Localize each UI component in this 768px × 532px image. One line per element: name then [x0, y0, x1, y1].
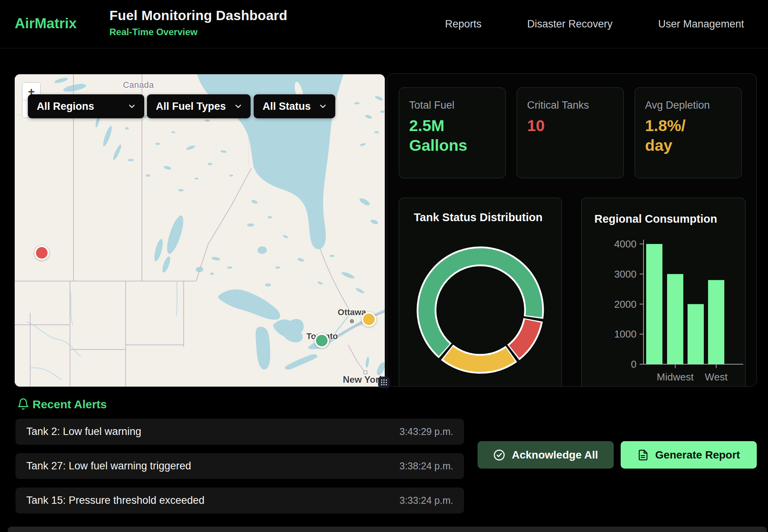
- nav-disaster-recovery[interactable]: Disaster Recovery: [527, 18, 613, 30]
- recent-alerts-section: Recent Alerts Tank 2: Low fuel warning 3…: [0, 387, 768, 527]
- alert-row[interactable]: Tank 15: Pressure threshold exceeded 3:3…: [15, 488, 464, 513]
- chevron-down-icon: [318, 102, 328, 111]
- svg-text:Midwest: Midwest: [657, 371, 694, 383]
- fuel-type-filter-value: All Fuel Types: [156, 101, 226, 113]
- page-title: Fuel Monitoring Dashboard: [109, 8, 287, 23]
- status-filter-value: All Status: [263, 101, 311, 113]
- stat-label: Total Fuel: [409, 99, 495, 111]
- alert-message: Tank 15: Pressure threshold exceeded: [26, 494, 205, 506]
- generate-report-label: Generate Report: [655, 449, 740, 461]
- tank-status-donut-chart: [399, 229, 561, 387]
- acknowledge-all-button[interactable]: Acknowledge All: [478, 441, 614, 469]
- bottom-panel-edge: [8, 527, 767, 532]
- svg-text:2000: 2000: [614, 298, 637, 310]
- svg-text:1000: 1000: [614, 328, 637, 340]
- fuel-type-filter-select[interactable]: All Fuel Types: [147, 94, 251, 118]
- region-filter-value: All Regions: [37, 101, 94, 113]
- nav-reports[interactable]: Reports: [445, 18, 482, 30]
- ottawa-town-dot-icon: [350, 319, 354, 323]
- tank-marker-warning[interactable]: [362, 312, 376, 327]
- document-icon: [637, 449, 649, 461]
- map-basemap: [15, 74, 385, 387]
- tank-marker-critical[interactable]: [34, 246, 49, 260]
- fuel-monitoring-dashboard: { "header": { "logo": "AirMatrix", "titl…: [0, 0, 768, 532]
- map-panel[interactable]: Canada Ottawa Toronto New York + All Reg…: [15, 74, 385, 387]
- chevron-down-icon: [127, 102, 137, 111]
- grip-dots-icon: [380, 379, 388, 386]
- metrics-panel: Total Fuel 2.5MGallons Critical Tanks 10…: [387, 73, 757, 387]
- region-filter-select[interactable]: All Regions: [28, 94, 144, 118]
- alert-message: Tank 27: Low fuel warning triggered: [26, 460, 191, 472]
- stat-value: 1.8%/day: [645, 116, 731, 155]
- stat-value: 2.5MGallons: [409, 116, 495, 155]
- stat-label: Critical Tanks: [527, 99, 613, 111]
- alert-time: 3:43:29 p.m.: [399, 426, 453, 437]
- stat-value: 10: [527, 116, 613, 136]
- stat-card-total-fuel: Total Fuel 2.5MGallons: [399, 87, 506, 178]
- generate-report-button[interactable]: Generate Report: [621, 441, 757, 469]
- alert-row[interactable]: Tank 2: Low fuel warning 3:43:29 p.m.: [15, 419, 464, 445]
- stat-card-critical-tanks: Critical Tanks 10: [517, 87, 624, 178]
- bell-icon: [17, 397, 29, 411]
- nav-user-management[interactable]: User Management: [658, 18, 744, 30]
- page-subtitle: Real-Time Overview: [109, 27, 287, 38]
- stat-card-avg-depletion: Avg Depletion 1.8%/day: [635, 87, 742, 178]
- svg-text:0: 0: [631, 358, 637, 370]
- app-logo: AirMatrix: [15, 15, 77, 32]
- acknowledge-all-label: Acknowledge All: [512, 449, 598, 461]
- status-filter-select[interactable]: All Status: [254, 94, 335, 118]
- chart-title: Tank Status Distribution: [414, 211, 543, 224]
- resize-grip-handle[interactable]: [378, 377, 390, 388]
- stat-label: Avg Depletion: [645, 99, 731, 111]
- alert-message: Tank 2: Low fuel warning: [26, 426, 141, 438]
- town-square-icon: [364, 371, 367, 374]
- header: AirMatrix Fuel Monitoring Dashboard Real…: [0, 0, 768, 48]
- chevron-down-icon: [234, 102, 243, 111]
- tank-status-chart-card: Tank Status Distribution: [399, 198, 562, 387]
- alert-row[interactable]: Tank 27: Low fuel warning triggered 3:38…: [15, 453, 464, 479]
- alerts-heading: Recent Alerts: [32, 398, 107, 411]
- title-block: Fuel Monitoring Dashboard Real-Time Over…: [109, 8, 287, 38]
- svg-text:4000: 4000: [614, 238, 637, 250]
- svg-text:West: West: [705, 371, 728, 383]
- alert-time: 3:33:24 p.m.: [399, 495, 453, 506]
- alert-time: 3:38:24 p.m.: [399, 460, 453, 472]
- regional-consumption-bar-chart: 01000200030004000MidwestWest: [582, 221, 746, 387]
- check-circle-icon: [493, 449, 505, 461]
- svg-text:3000: 3000: [614, 268, 637, 280]
- main-nav: Reports Disaster Recovery User Managemen…: [445, 0, 744, 48]
- tank-marker-normal[interactable]: [314, 333, 329, 348]
- regional-consumption-chart-card: Regional Consumption 01000200030004000Mi…: [581, 198, 746, 387]
